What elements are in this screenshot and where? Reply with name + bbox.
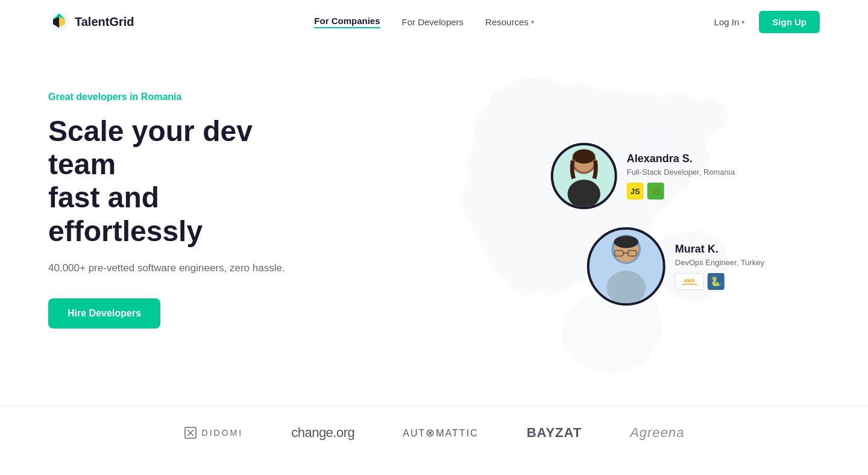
logo-text: TalentGrid: [75, 15, 134, 29]
logo-icon: [48, 11, 70, 33]
bayzat-label: BAYZAT: [527, 425, 582, 441]
hero-section: Great developers in Romania Scale your d…: [0, 43, 868, 405]
svg-point-2: [568, 180, 600, 207]
chevron-down-icon: ▾: [531, 19, 534, 25]
mongodb-badge: 🌿: [647, 183, 664, 200]
dev-card-murat: Murat K. DevOps Engineer, Turkey aws 🐍: [587, 227, 764, 306]
avatar-alexandra: [551, 143, 617, 209]
logo-bayzat: BAYZAT: [527, 425, 582, 441]
nav-right: Log In ▾ Sign Up: [714, 11, 820, 33]
hero-title: Scale your dev team fast and effortlessl…: [48, 115, 313, 248]
avatar-murat: [587, 227, 665, 306]
login-button[interactable]: Log In ▾: [714, 17, 745, 27]
logo-link[interactable]: TalentGrid: [48, 11, 134, 33]
hero-description: 40.000+ pre-vetted software engineers, z…: [48, 262, 313, 274]
signup-button[interactable]: Sign Up: [759, 11, 820, 33]
chevron-down-icon: ▾: [741, 19, 744, 25]
hero-right: Alexandra S. Full-Stack Developer, Roman…: [362, 43, 868, 405]
logos-strip: DIDOMI change.org AUT⊗MATTIC BAYZAT Agre…: [0, 405, 868, 460]
dev-name-murat: Murat K.: [675, 243, 764, 256]
logo-didomi: DIDOMI: [184, 426, 244, 439]
dev-tech-alexandra: JS 🌿: [627, 183, 735, 200]
hire-developers-button[interactable]: Hire Developers: [48, 298, 160, 329]
aws-badge: aws: [675, 273, 704, 290]
js-badge: JS: [627, 183, 644, 200]
dev-role-alexandra: Full-Stack Developer, Romania: [627, 168, 735, 177]
dev-info-murat: Murat K. DevOps Engineer, Turkey aws 🐍: [675, 243, 764, 290]
changeorg-label: change.org: [291, 425, 354, 441]
automattic-label: AUT⊗MATTIC: [403, 426, 478, 439]
python-badge: 🐍: [708, 273, 725, 290]
didomi-icon: [184, 426, 197, 439]
didomi-label: DIDOMI: [202, 428, 244, 438]
nav-resources[interactable]: Resources ▾: [485, 17, 534, 27]
dev-role-murat: DevOps Engineer, Turkey: [675, 258, 764, 267]
nav-links: For Companies For Developers Resources ▾: [314, 16, 533, 28]
logo-changeorg: change.org: [291, 425, 354, 441]
logo-agreena: Agreena: [630, 425, 684, 441]
logo-automattic: AUT⊗MATTIC: [403, 426, 478, 439]
svg-point-6: [606, 271, 646, 303]
nav-for-developers[interactable]: For Developers: [402, 17, 464, 27]
dev-tech-murat: aws 🐍: [675, 273, 764, 290]
dev-name-alexandra: Alexandra S.: [627, 153, 735, 165]
nav-for-companies[interactable]: For Companies: [314, 16, 380, 28]
hero-left: Great developers in Romania Scale your d…: [0, 43, 362, 405]
hero-subtitle: Great developers in Romania: [48, 92, 313, 102]
svg-point-8: [614, 236, 638, 248]
dev-info-alexandra: Alexandra S. Full-Stack Developer, Roman…: [627, 153, 735, 200]
svg-marker-12: [696, 284, 697, 286]
dev-card-alexandra: Alexandra S. Full-Stack Developer, Roman…: [551, 143, 764, 209]
navbar: TalentGrid For Companies For Developers …: [0, 0, 868, 43]
agreena-label: Agreena: [630, 425, 684, 441]
developer-cards: Alexandra S. Full-Stack Developer, Roman…: [551, 143, 764, 306]
svg-point-4: [573, 149, 595, 164]
